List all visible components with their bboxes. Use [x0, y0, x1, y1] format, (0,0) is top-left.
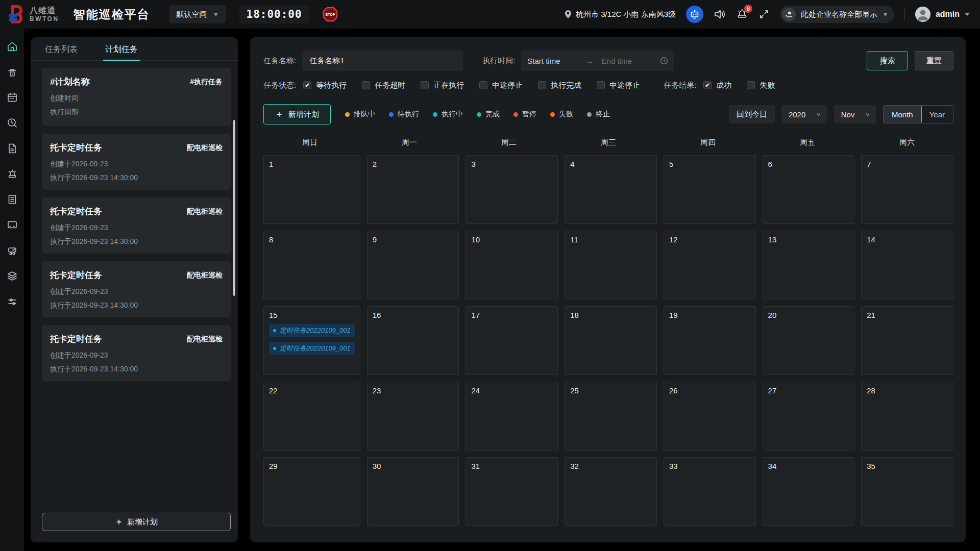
sound-button[interactable] — [714, 9, 726, 20]
calendar-cell-19[interactable]: 19 — [664, 306, 756, 375]
calendar-cell-13[interactable]: 13 — [763, 231, 855, 299]
calendar-cell-33[interactable]: 33 — [664, 457, 756, 526]
calendar-cell-8[interactable]: 8 — [263, 231, 360, 299]
calendar-cell-35[interactable]: 35 — [861, 457, 953, 526]
reset-button[interactable]: 重置 — [915, 51, 953, 70]
calendar-cell-22[interactable]: 22 — [263, 382, 360, 450]
result-checkbox-成功[interactable]: ✔成功 — [703, 81, 731, 90]
calendar-cell-12[interactable]: 12 — [664, 231, 756, 299]
tab-task-list[interactable]: 任务列表 — [45, 44, 78, 61]
calendar-cell-25[interactable]: 25 — [565, 382, 657, 450]
calendar-cell-3[interactable]: 3 — [465, 155, 558, 224]
year-value: 2020 — [789, 110, 805, 119]
calendar-cell-15[interactable]: 15定时任务20220109_001定时任务20220109_001 — [263, 306, 360, 375]
day-number: 32 — [570, 462, 651, 470]
calendar-cell-24[interactable]: 24 — [465, 382, 558, 450]
calendar-cell-11[interactable]: 11 — [565, 231, 657, 299]
sidebar-item-robot-cart-icon[interactable] — [6, 244, 19, 257]
calendar-cell-27[interactable]: 27 — [763, 382, 855, 450]
calendar-event-chip[interactable]: 定时任务20220109_001 — [269, 324, 355, 337]
calendar-cell-6[interactable]: 6 — [763, 155, 855, 224]
add-plan-bottom-button[interactable]: ＋ 新增计划 — [42, 513, 231, 531]
tab-planned-tasks[interactable]: 计划任务 — [105, 44, 138, 61]
search-button[interactable]: 搜索 — [867, 51, 908, 70]
calendar-cell-7[interactable]: 7 — [861, 155, 953, 224]
view-month-button[interactable]: Month — [883, 105, 922, 123]
task-card[interactable]: 托卡定时任务配电柜巡检创建于2026-09-23执行于2026-09-23 14… — [42, 325, 231, 381]
sidebar-item-calendar-icon[interactable] — [6, 91, 19, 104]
time-range-picker[interactable]: Start time → End time — [521, 51, 674, 71]
calendar-event-chip[interactable]: 定时任务20220109_001 — [269, 342, 355, 355]
task-card[interactable]: 托卡定时任务配电柜巡检创建于2026-09-23执行于2026-09-23 14… — [42, 261, 231, 317]
task-result-label: 任务结果: — [664, 81, 696, 90]
calendar-cell-10[interactable]: 10 — [465, 231, 558, 299]
calendar-cell-9[interactable]: 9 — [367, 231, 459, 299]
task-card[interactable]: 托卡定时任务配电柜巡检创建于2026-09-23执行于2026-09-23 14… — [42, 197, 231, 254]
company-select[interactable]: 此处企业名称全部显示 ▼ — [780, 6, 894, 23]
calendar-cell-29[interactable]: 29 — [263, 457, 360, 526]
clock-display: 18:00:00 — [239, 5, 309, 23]
back-to-today-button[interactable]: 回到今日 — [729, 105, 775, 123]
legend-label: 待执行 — [398, 110, 419, 119]
calendar-cell-16[interactable]: 16 — [367, 306, 459, 375]
plan-header-card[interactable]: #计划名称 #执行任务 创建时间 执行周期 — [42, 68, 231, 126]
alarm-button[interactable]: 8 — [736, 8, 748, 20]
sidebar-item-report-icon[interactable] — [6, 193, 19, 206]
sidebar-item-siren-icon[interactable] — [6, 167, 19, 181]
sidebar-item-clock-search-icon[interactable] — [6, 116, 19, 130]
sidebar-item-home-icon[interactable] — [6, 40, 19, 53]
calendar-cell-28[interactable]: 28 — [861, 382, 953, 450]
calendar-cell-32[interactable]: 32 — [565, 457, 657, 526]
checkbox-icon — [747, 81, 755, 89]
task-name-input[interactable] — [302, 51, 463, 71]
fullscreen-button[interactable] — [758, 9, 770, 20]
clock-value: 18:00:00 — [247, 8, 302, 20]
calendar-cell-31[interactable]: 31 — [465, 457, 558, 526]
robot-assistant-button[interactable] — [686, 6, 703, 23]
bwton-logo-icon — [7, 5, 27, 24]
calendar-cell-17[interactable]: 17 — [465, 306, 558, 375]
status-checkbox-中途停止[interactable]: 中途停止 — [479, 81, 523, 90]
legend-dot-icon — [433, 112, 437, 117]
chevron-down-icon: ▼ — [883, 11, 888, 17]
calendar-cell-23[interactable]: 23 — [367, 382, 459, 450]
checkbox-label: 成功 — [716, 81, 731, 90]
day-number: 18 — [570, 311, 651, 319]
user-menu[interactable]: admin — [915, 7, 970, 22]
year-select[interactable]: 2020 ⅴ — [781, 105, 827, 123]
sidebar-item-layers-icon[interactable] — [6, 269, 19, 283]
calendar-cell-26[interactable]: 26 — [664, 382, 756, 450]
month-select[interactable]: Nov ⅴ — [834, 105, 876, 123]
calendar-cell-14[interactable]: 14 — [861, 231, 953, 299]
stop-button[interactable]: STOP — [323, 7, 338, 22]
sidebar-item-adjust-icon[interactable] — [6, 295, 19, 308]
calendar-cell-5[interactable]: 5 — [664, 155, 756, 224]
status-checkbox-任务超时[interactable]: 任务超时 — [362, 81, 405, 90]
calendar-cell-21[interactable]: 21 — [861, 306, 953, 375]
calendar-cell-30[interactable]: 30 — [367, 457, 459, 526]
sidebar-item-robot-station-icon[interactable] — [6, 65, 19, 79]
scrollbar-thumb[interactable] — [233, 120, 235, 296]
sidebar-item-monitor-icon[interactable] — [6, 218, 19, 232]
status-checkbox-中途停止[interactable]: 中途停止 — [597, 81, 640, 90]
calendar-cell-20[interactable]: 20 — [763, 306, 855, 375]
task-status-label: 任务状态: — [263, 81, 296, 90]
legend-label: 排队中 — [354, 110, 375, 119]
task-card-created: 创建于2026-09-23 — [50, 351, 223, 360]
add-plan-button[interactable]: ＋ 新增计划 — [263, 104, 331, 124]
status-checkbox-执行完成[interactable]: 执行完成 — [538, 81, 581, 90]
task-card[interactable]: 托卡定时任务配电柜巡检创建于2026-09-23执行于2026-09-23 14… — [42, 134, 231, 190]
calendar-cell-1[interactable]: 1 — [263, 155, 360, 224]
calendar-cell-2[interactable]: 2 — [367, 155, 459, 224]
view-year-button[interactable]: Year — [921, 106, 953, 123]
calendar-cell-34[interactable]: 34 — [763, 457, 855, 526]
result-checkbox-失败[interactable]: 失败 — [747, 81, 775, 90]
calendar-cell-4[interactable]: 4 — [565, 155, 657, 224]
workspace-select[interactable]: 默认空间 ▼ — [169, 5, 226, 23]
task-name-label: 任务名称: — [263, 56, 296, 66]
status-checkbox-等待执行[interactable]: ✔等待执行 — [303, 81, 347, 90]
checkbox-icon — [538, 81, 546, 89]
sidebar-item-document-icon[interactable] — [6, 142, 19, 155]
calendar-cell-18[interactable]: 18 — [565, 306, 657, 375]
status-checkbox-正在执行[interactable]: 正在执行 — [421, 81, 464, 90]
